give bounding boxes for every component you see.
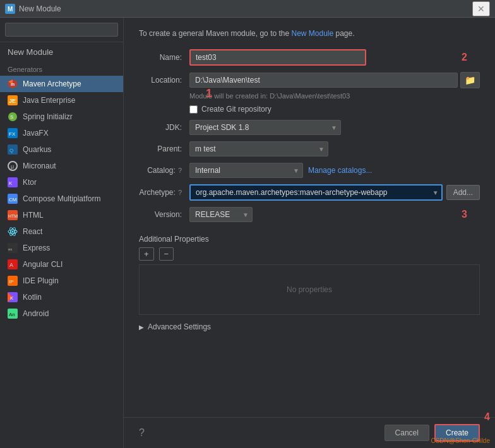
svg-text:HTML: HTML [8,214,18,218]
chevron-right-icon: ▶ [139,324,144,331]
annotation-2: 2 [462,52,467,63]
svg-text:ex: ex [8,247,12,251]
git-checkbox[interactable] [189,105,198,114]
svg-text:S: S [10,114,13,120]
sidebar-item-micronaut[interactable]: μ Micronaut [0,158,123,174]
sidebar-item-maven-archetype[interactable]: m Maven Archetype [0,76,123,92]
watermark: CSDN@Shen-Childe [431,437,490,444]
parent-select-wrapper: m test ▼ [189,141,328,156]
location-input[interactable] [189,73,458,88]
sidebar-new-module[interactable]: New Module [0,42,123,62]
git-checkbox-row: Create Git repository [189,105,480,114]
sidebar-item-label-maven: Maven Archetype [23,80,81,88]
manage-catalogs-link[interactable]: Manage catalogs... [308,166,372,175]
svg-text:JE: JE [9,98,16,104]
express-icon: ex [8,243,18,253]
spring-icon: S [8,112,18,122]
svg-point-25 [12,231,14,233]
archetype-label-group: Archetype: ? [139,188,189,197]
sidebar-item-express[interactable]: ex Express [0,240,123,256]
sidebar-item-label-express: Express [23,244,50,252]
version-select-wrapper: RELEASE ▼ [189,207,253,222]
sidebar-item-angular[interactable]: A Angular CLI [0,256,123,273]
content-area: To create a general Maven module, go to … [124,18,495,448]
sidebar-item-ktor[interactable]: K Ktor [0,174,123,191]
ide-plugin-icon: IP [8,276,18,286]
add-archetype-button[interactable]: Add... [446,185,480,200]
sidebar-item-label-micronaut: Micronaut [23,162,56,170]
cancel-button[interactable]: Cancel [385,425,429,441]
sidebar-item-label-kotlin: Kotlin [23,293,42,302]
kotlin-icon: K [8,292,18,302]
sidebar-item-label-react: React [23,227,42,236]
jdk-row: JDK: Project SDK 1.8 ▼ [139,120,480,135]
additional-properties-title: Additional Properties [139,235,480,244]
sidebar-item-react[interactable]: React [0,223,123,240]
jdk-select[interactable]: Project SDK 1.8 [189,120,341,135]
sidebar-item-label-spring: Spring Initializr [23,112,73,121]
archetype-input[interactable] [189,184,443,201]
micronaut-icon: μ [8,161,18,171]
maven-icon: m [8,79,18,89]
browse-folder-button[interactable]: 📁 [460,72,480,88]
name-input[interactable] [189,49,366,66]
parent-label: Parent: [139,144,189,153]
advanced-settings-row[interactable]: ▶ Advanced Settings [139,322,480,331]
sidebar-item-java-enterprise[interactable]: JE Java Enterprise [0,92,123,109]
svg-text:CM: CM [9,197,17,203]
sidebar-item-html[interactable]: HTML HTML [0,207,123,223]
sidebar-item-label-javafx: JavaFX [23,129,49,138]
catalog-select[interactable]: Internal [189,163,303,178]
sidebar-item-ide-plugin[interactable]: IP IDE Plugin [0,273,123,289]
sidebar-item-compose[interactable]: CM Compose Multiplatform [0,191,123,207]
search-input[interactable] [5,23,118,37]
top-message: To create a general Maven module, go to … [139,28,480,39]
angular-icon: A [8,259,18,269]
add-property-button[interactable]: + [139,247,154,261]
sidebar-item-javafx[interactable]: FX JavaFX [0,125,123,141]
sidebar-item-spring[interactable]: S Spring Initializr [0,109,123,125]
annotation-4: 4 [484,411,490,423]
additional-properties-section: Additional Properties + − No properties [139,235,480,315]
sidebar-item-label-ktor: Ktor [23,178,37,187]
sidebar-item-quarkus[interactable]: Q Quarkus [0,141,123,158]
jdk-select-wrapper: Project SDK 1.8 ▼ [189,120,341,135]
bottom-bar: ? Cancel Create 4 CSDN@Shen-Childe [124,417,495,448]
sidebar-item-label-java: Java Enterprise [23,96,75,105]
close-button[interactable]: ✕ [472,1,490,16]
sidebar-item-label-android: Android [23,309,49,318]
catalog-select-wrapper: Internal ▼ [189,163,303,178]
archetype-field-wrapper: ▼ [189,184,443,201]
android-icon: An [8,309,18,319]
archetype-help-icon[interactable]: ? [178,189,182,196]
title-bar-left: M New Module [5,4,61,14]
sidebar-item-label-ide: IDE Plugin [23,276,59,285]
parent-select[interactable]: m test [189,141,328,156]
annotation-3: 3 [462,209,467,220]
advanced-settings-label: Advanced Settings [148,322,211,331]
help-button[interactable]: ? [139,427,145,439]
sidebar: New Module Generators m Maven Archetype … [0,18,124,448]
catalog-help-icon[interactable]: ? [178,167,182,174]
new-module-link[interactable]: New Module [291,29,333,38]
main-layout: New Module Generators m Maven Archetype … [0,18,495,448]
svg-text:FX: FX [9,131,16,137]
sidebar-search-container [0,18,123,42]
sidebar-item-android[interactable]: An Android [0,305,123,322]
remove-property-button[interactable]: − [159,247,174,261]
generators-label: Generators [0,62,123,76]
svg-text:An: An [9,312,15,317]
properties-toolbar: + − [139,247,480,261]
svg-text:μ: μ [11,163,14,170]
sidebar-item-label-angular: Angular CLI [23,260,63,269]
module-path-info: Module will be created in: D:\Java\Maven… [189,92,480,100]
sidebar-item-kotlin[interactable]: K Kotlin [0,289,123,305]
version-select[interactable]: RELEASE [189,207,253,222]
location-input-group: 📁 [189,72,480,88]
parent-row: Parent: m test ▼ [139,141,480,156]
sidebar-item-label-html: HTML [23,211,44,220]
catalog-row: Catalog: ? Internal ▼ Manage catalogs... [139,163,480,178]
quarkus-icon: Q [8,144,18,155]
catalog-input-group: Internal ▼ Manage catalogs... [189,163,372,178]
git-label: Create Git repository [201,105,271,114]
